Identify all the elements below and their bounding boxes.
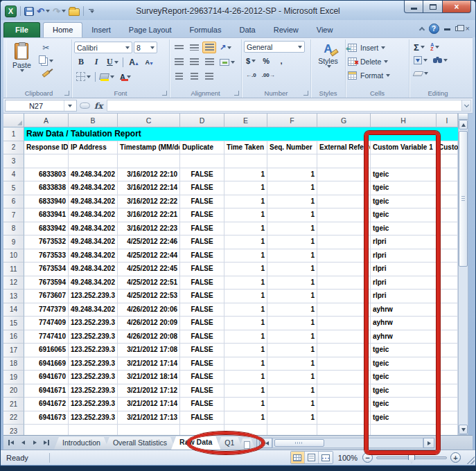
row-header-7[interactable]: 7 [3, 208, 24, 222]
cell-G8[interactable] [317, 222, 371, 236]
name-box[interactable]: N27 [5, 100, 77, 112]
copy-button[interactable] [37, 55, 55, 66]
cell-D20[interactable]: FALSE [180, 384, 224, 398]
cell-D16[interactable]: FALSE [180, 330, 224, 344]
merge-center-button[interactable] [218, 56, 237, 68]
zoom-slider-thumb[interactable] [408, 454, 415, 463]
cell-A6[interactable]: 6833940 [24, 195, 69, 209]
split-handle[interactable] [459, 114, 468, 120]
sort-filter-button[interactable]: AZ [428, 42, 442, 53]
cell-F22[interactable]: 1 [267, 411, 317, 425]
cell-E8[interactable]: 1 [224, 222, 267, 236]
cell-D21[interactable]: FALSE [180, 398, 224, 411]
shrink-font-button[interactable]: A▼ [141, 56, 155, 68]
decrease-indent-button[interactable] [172, 71, 186, 82]
cell-C8[interactable]: 3/16/2012 22:23 [118, 222, 180, 236]
cell-B14[interactable]: 49.248.34.202 [69, 303, 118, 317]
cell-F8[interactable]: 1 [267, 222, 317, 236]
row-header-15[interactable]: 15 [3, 317, 24, 330]
column-header-A[interactable]: A [24, 114, 69, 127]
last-sheet-button[interactable] [41, 437, 52, 448]
next-sheet-button[interactable] [29, 437, 40, 448]
cell-D13[interactable]: FALSE [180, 290, 224, 303]
dialog-launcher-icon[interactable] [303, 91, 308, 96]
borders-button[interactable] [74, 71, 93, 82]
row-header-19[interactable]: 19 [3, 371, 24, 384]
cell-E20[interactable]: 1 [224, 384, 267, 398]
column-header-H[interactable]: H [371, 114, 437, 127]
fill-button[interactable] [412, 55, 430, 66]
row-header-23[interactable]: 23 [3, 425, 24, 435]
scroll-up-button[interactable] [459, 120, 468, 130]
zoom-in-button[interactable]: + [450, 452, 461, 463]
cell-F14[interactable]: 1 [267, 303, 317, 317]
sheet-tab-overall-statistics[interactable]: Overall Statistics [105, 437, 175, 450]
cell-B7[interactable]: 49.248.34.202 [69, 208, 118, 222]
cell-G18[interactable] [317, 357, 371, 371]
column-header-B[interactable]: B [69, 114, 118, 127]
previous-sheet-button[interactable] [17, 437, 28, 448]
cell-B10[interactable]: 49.248.34.202 [69, 249, 118, 263]
cell-C10[interactable]: 4/25/2012 22:44 [118, 249, 180, 263]
cell-E7[interactable]: 1 [224, 208, 267, 222]
cell-D5[interactable]: FALSE [180, 181, 224, 195]
cell-E16[interactable]: 1 [224, 330, 267, 344]
autosum-button[interactable]: Σ [412, 42, 427, 53]
cell-F18[interactable]: 1 [267, 357, 317, 371]
cell-G2[interactable]: External Referrer [317, 141, 371, 155]
cell-D3[interactable] [180, 154, 224, 168]
middle-align-button[interactable] [187, 42, 201, 53]
close-button[interactable]: × [442, 1, 471, 13]
number-format-select[interactable]: General [244, 41, 305, 53]
cell-E21[interactable]: 1 [224, 398, 267, 411]
cell-E19[interactable]: 1 [224, 371, 267, 384]
cell-C9[interactable]: 4/25/2012 22:46 [118, 236, 180, 249]
select-all-corner[interactable] [3, 114, 24, 127]
cell-D11[interactable]: FALSE [180, 263, 224, 276]
cell-C18[interactable]: 3/21/2012 17:14 [118, 357, 180, 371]
cell-F13[interactable]: 1 [267, 290, 317, 303]
cell-G15[interactable] [317, 317, 371, 330]
cell-G5[interactable] [317, 181, 371, 195]
styles-button[interactable]: A Styles [313, 40, 343, 71]
orientation-button[interactable]: ↗ [218, 42, 233, 53]
row-header-2[interactable]: 2 [3, 141, 24, 155]
cell-B6[interactable]: 49.248.34.202 [69, 195, 118, 209]
page-break-view-button[interactable] [319, 452, 333, 463]
cell-F15[interactable]: 1 [267, 317, 317, 330]
find-select-button[interactable] [431, 55, 450, 66]
cell-F23[interactable] [267, 425, 317, 435]
cell-A17[interactable]: 6916065 [24, 344, 69, 357]
font-name-select[interactable]: Calibri [74, 42, 132, 53]
save-icon[interactable] [24, 7, 34, 16]
excel-logo-icon[interactable]: X [5, 6, 17, 17]
minimize-button[interactable] [404, 1, 423, 13]
cell-F2[interactable]: Seq. Number [267, 141, 317, 155]
cell-C22[interactable]: 3/21/2012 17:13 [118, 411, 180, 425]
cell-E14[interactable]: 1 [224, 303, 267, 317]
cell-D7[interactable]: FALSE [180, 208, 224, 222]
cell-G13[interactable] [317, 290, 371, 303]
workbook-minimize-icon[interactable] [444, 28, 450, 30]
cell-E12[interactable]: 1 [224, 276, 267, 290]
first-sheet-button[interactable] [6, 437, 17, 448]
percent-button[interactable]: % [259, 55, 273, 66]
dialog-launcher-icon[interactable] [162, 91, 167, 96]
italic-button[interactable]: I [89, 56, 103, 68]
cell-C11[interactable]: 4/25/2012 22:45 [118, 263, 180, 276]
cell-D12[interactable]: FALSE [180, 276, 224, 290]
cell-A20[interactable]: 6941671 [24, 384, 69, 398]
bottom-align-button[interactable] [202, 42, 216, 53]
cell-D18[interactable]: FALSE [180, 357, 224, 371]
cell-E10[interactable]: 1 [224, 249, 267, 263]
cell-B4[interactable]: 49.248.34.202 [69, 168, 118, 182]
cell-F9[interactable]: 1 [267, 236, 317, 249]
cell-E11[interactable]: 1 [224, 263, 267, 276]
cell-E2[interactable]: Time Taken [224, 141, 267, 155]
cell-C16[interactable]: 4/26/2012 20:08 [118, 330, 180, 344]
ribbon-tab-view[interactable]: View [308, 23, 342, 37]
cell-B11[interactable]: 49.248.34.202 [69, 263, 118, 276]
row-header-21[interactable]: 21 [3, 398, 24, 411]
grow-font-button[interactable]: A▲ [125, 56, 139, 68]
row-header-8[interactable]: 8 [3, 222, 24, 236]
